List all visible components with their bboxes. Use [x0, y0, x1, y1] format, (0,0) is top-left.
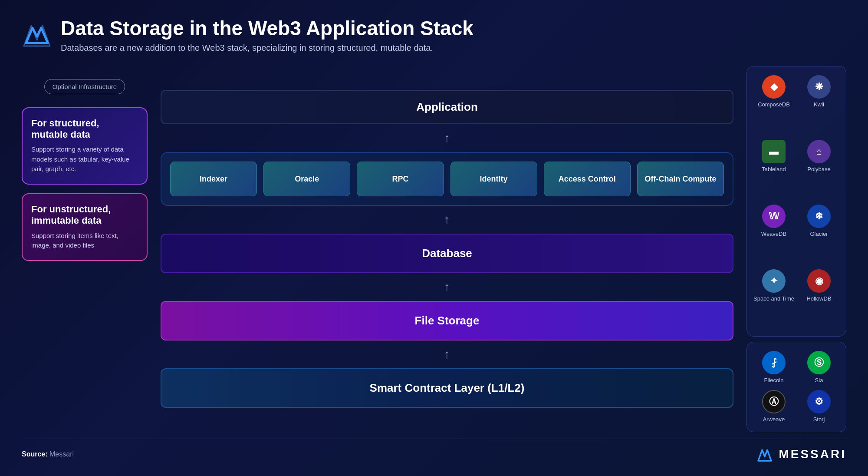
composedb-icon: ◆ [762, 75, 786, 99]
structured-title: For structured, mutable data [31, 118, 138, 141]
tech-glacier: ❄ Glacier [799, 205, 839, 263]
source-name: Messari [49, 450, 74, 458]
center-stack: Application ↑ Indexer Oracle RPC Identit… [161, 66, 733, 432]
polybase-icon: ⌂ [807, 140, 831, 163]
optional-badge: Optional Infrastructure [44, 79, 125, 94]
hollowdb-icon: ◉ [807, 269, 831, 293]
glacier-label: Glacier [810, 231, 828, 238]
space-and-time-label: Space and Time [753, 295, 794, 302]
application-box: Application [161, 90, 733, 124]
tech-weavedb: 𝕎 WeaveDB [753, 205, 794, 263]
database-box: Database [161, 234, 733, 273]
source-credit: Source: Messari [22, 450, 74, 458]
service-offchain-compute: Off-Chain Compute [637, 162, 724, 196]
glacier-icon: ❄ [807, 205, 831, 228]
messari-brand: MESSARI [756, 446, 846, 463]
source-label: Source: [22, 450, 48, 458]
tech-arweave: Ⓐ Arweave [753, 390, 794, 423]
storj-icon: ⚙ [807, 390, 831, 413]
file-storage-box: File Storage [161, 301, 733, 340]
hollowdb-label: HollowDB [806, 295, 831, 302]
header: Data Storage in the Web3 Application Sta… [22, 17, 846, 53]
services-layer: Indexer Oracle RPC Identity Access Contr… [161, 152, 733, 206]
unstructured-title: For unstructured, immutable data [31, 204, 138, 227]
svg-marker-2 [758, 450, 771, 461]
sia-label: Sia [815, 377, 823, 384]
unstructured-text: Support storing items like text, image, … [31, 231, 138, 251]
tech-space-and-time: ✦ Space and Time [753, 269, 794, 327]
messari-logo-top [22, 19, 52, 50]
footer: Source: Messari MESSARI [22, 439, 846, 463]
sia-icon: Ⓢ [807, 351, 831, 374]
tech-storj: ⚙ Storj [799, 390, 839, 423]
storj-label: Storj [813, 416, 825, 423]
tableland-icon: ▬ [762, 140, 786, 163]
file-storage-tech-panel: ⨏ Filecoin Ⓢ Sia Ⓐ Arweave ⚙ Storj [746, 342, 846, 432]
tableland-label: Tableland [762, 166, 786, 173]
arrow-app-to-services: ↑ [161, 132, 733, 144]
service-identity: Identity [450, 162, 537, 196]
page-subtitle: Databases are a new addition to the Web3… [61, 43, 473, 53]
tech-composedb: ◆ ComposeDB [753, 75, 794, 133]
filecoin-label: Filecoin [764, 377, 784, 384]
main-container: Data Storage in the Web3 Application Sta… [0, 0, 868, 476]
header-text: Data Storage in the Web3 Application Sta… [61, 17, 473, 53]
tech-kwil: ❋ Kwil [799, 75, 839, 133]
polybase-label: Polybase [807, 166, 830, 173]
tech-hollowdb: ◉ HollowDB [799, 269, 839, 327]
service-access-control: Access Control [544, 162, 631, 196]
tech-tableland: ▬ Tableland [753, 140, 794, 198]
arweave-icon: Ⓐ [762, 390, 786, 413]
composedb-label: ComposeDB [758, 101, 790, 108]
unstructured-info-box: For unstructured, immutable data Support… [22, 193, 148, 261]
tech-polybase: ⌂ Polybase [799, 140, 839, 198]
messari-brand-text: MESSARI [779, 447, 846, 461]
kwil-label: Kwil [814, 101, 824, 108]
service-rpc: RPC [357, 162, 444, 196]
left-side: Optional Infrastructure For structured, … [22, 66, 148, 432]
arweave-label: Arweave [763, 416, 785, 423]
service-oracle: Oracle [263, 162, 350, 196]
weavedb-icon: 𝕎 [762, 205, 786, 228]
structured-text: Support storing a variety of data models… [31, 145, 138, 174]
page-title: Data Storage in the Web3 Application Sta… [61, 17, 473, 40]
content-area: Optional Infrastructure For structured, … [22, 66, 846, 432]
arrow-db-to-filestorage: ↑ [161, 281, 733, 293]
structured-info-box: For structured, mutable data Support sto… [22, 107, 148, 185]
filecoin-icon: ⨏ [762, 351, 786, 374]
service-indexer: Indexer [170, 162, 257, 196]
arrow-services-to-db: ↑ [161, 214, 733, 226]
smart-contract-box: Smart Contract Layer (L1/L2) [161, 368, 733, 408]
space-and-time-icon: ✦ [762, 269, 786, 293]
kwil-icon: ❋ [807, 75, 831, 99]
tech-sia: Ⓢ Sia [799, 351, 839, 384]
database-tech-panel: ◆ ComposeDB ❋ Kwil ▬ Tableland ⌂ Polybas… [746, 66, 846, 337]
weavedb-label: WeaveDB [761, 231, 786, 238]
tech-filecoin: ⨏ Filecoin [753, 351, 794, 384]
right-side: ◆ ComposeDB ❋ Kwil ▬ Tableland ⌂ Polybas… [746, 66, 846, 432]
arrow-filestorage-to-sc: ↑ [161, 348, 733, 360]
